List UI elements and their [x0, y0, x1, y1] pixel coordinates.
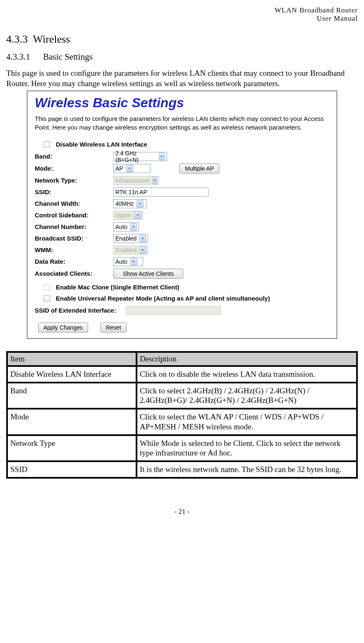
- page-number: - 21 -: [6, 508, 358, 516]
- ssid-input[interactable]: RTK 11n AP: [113, 188, 208, 197]
- network-type-label: Network Type:: [35, 177, 113, 184]
- intro-paragraph: This page is used to configure the param…: [6, 68, 358, 89]
- wmm-label: WMM:: [35, 246, 113, 253]
- mac-clone-label: Enable Mac Clone (Single Ethernet Client…: [56, 284, 179, 291]
- parameters-table: Item Description Disable Wireless LAN In…: [6, 351, 358, 479]
- chevron-down-icon: [139, 235, 146, 242]
- network-type-select: Infrastructure: [113, 176, 159, 185]
- panel-title: Wireless Basic Settings: [35, 95, 329, 111]
- mode-label: Mode:: [35, 165, 113, 172]
- table-header-item: Item: [7, 352, 136, 366]
- data-rate-select[interactable]: Auto: [113, 257, 143, 266]
- chevron-down-icon: [126, 165, 133, 172]
- page-header: WLAN Broadband Router User Manual: [6, 6, 358, 23]
- settings-screenshot: Wireless Basic Settings This page is use…: [27, 91, 337, 339]
- multiple-ap-button[interactable]: Multiple AP: [180, 164, 219, 173]
- channel-number-label: Channel Number:: [35, 223, 113, 230]
- chevron-down-icon: [134, 212, 141, 219]
- data-rate-label: Data Rate:: [35, 258, 113, 265]
- apply-changes-button[interactable]: Apply Changes: [38, 323, 88, 332]
- channel-width-label: Channel Width:: [35, 200, 113, 207]
- chevron-down-icon: [136, 200, 144, 207]
- disable-wlan-checkbox[interactable]: [44, 141, 50, 147]
- table-header-description: Description: [136, 352, 357, 366]
- band-select[interactable]: 2.4 GHz (B+G+N): [113, 152, 167, 161]
- panel-description: This page is used to configure the param…: [35, 115, 329, 132]
- mode-select[interactable]: AP: [113, 164, 151, 173]
- table-row: Network Type While Mode is selected to b…: [7, 435, 357, 462]
- broadcast-ssid-select[interactable]: Enabled: [113, 234, 148, 243]
- universal-repeater-checkbox[interactable]: [44, 295, 50, 301]
- table-row: SSID It is the wireless network name. Th…: [7, 461, 357, 478]
- mac-clone-checkbox[interactable]: [44, 284, 50, 290]
- disable-wlan-label: Disable Wireless LAN Interface: [56, 141, 147, 148]
- table-row: Band Click to select 2.4GHz(B) / 2.4GHz(…: [7, 383, 357, 409]
- table-row: Disable Wireless LAN Interface Click on …: [7, 366, 357, 383]
- chevron-down-icon: [139, 246, 146, 254]
- show-active-clients-button[interactable]: Show Active Clients: [113, 269, 183, 279]
- subsection-heading: 4.3.3.1 Basic Settings: [6, 52, 358, 62]
- associated-clients-label: Associated Clients:: [35, 270, 113, 277]
- header-line1: WLAN Broadband Router: [275, 6, 358, 14]
- chevron-down-icon: [130, 258, 137, 265]
- extended-ssid-input: [126, 306, 221, 315]
- universal-repeater-label: Enable Universal Repeater Mode (Acting a…: [56, 295, 270, 302]
- chevron-down-icon: [130, 223, 137, 231]
- channel-number-select[interactable]: Auto: [113, 222, 139, 231]
- wmm-select: Enabled: [113, 246, 148, 255]
- control-sideband-label: Control Sideband:: [35, 212, 113, 219]
- chevron-down-icon: [152, 177, 157, 184]
- extended-ssid-label: SSID of Extended Interface:: [35, 307, 126, 314]
- broadcast-ssid-label: Broadcast SSID:: [35, 235, 113, 242]
- header-line2: User Manual: [317, 14, 358, 22]
- band-label: Band:: [35, 153, 113, 160]
- table-row: Mode Click to select the WLAN AP / Clien…: [7, 409, 357, 435]
- section-heading: 4.3.3 Wireless: [6, 33, 358, 46]
- channel-width-select[interactable]: 40MHz: [113, 199, 146, 208]
- reset-button[interactable]: Reset: [101, 323, 127, 332]
- ssid-label: SSID:: [35, 188, 113, 195]
- chevron-down-icon: [159, 153, 165, 160]
- control-sideband-select: Upper: [113, 211, 143, 220]
